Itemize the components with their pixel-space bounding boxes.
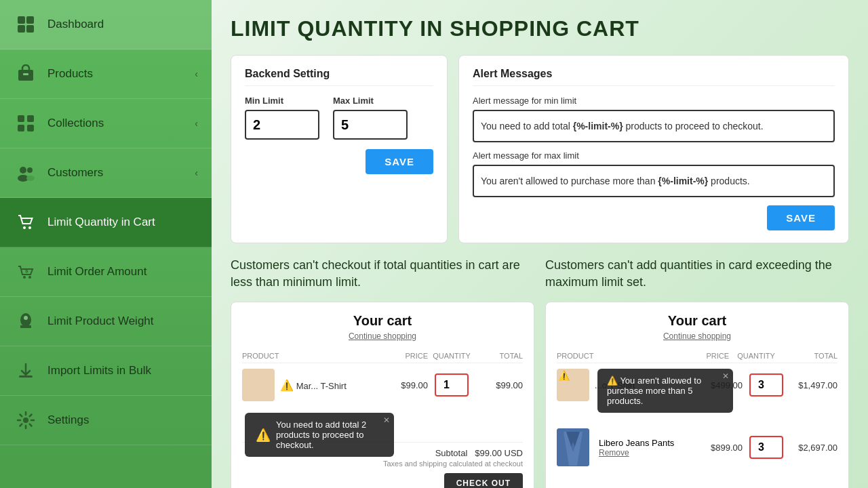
alert-max-label: Alert message for max limit [473,150,835,161]
sidebar-item-label: Customers [47,166,103,180]
cart-left-toast: ⚠️ You need to add total 2 products to p… [245,413,394,457]
checkout-button[interactable]: CHECK OUT [444,473,523,488]
product2-image [557,428,589,466]
svg-rect-8 [18,125,24,131]
product1-qty-input[interactable] [749,373,783,396]
sidebar-item-label: Limit Order Amount [47,265,146,279]
col-qty: QUANTITY [729,352,783,360]
svg-point-16 [23,276,26,279]
product2-remove[interactable]: Remove [599,448,695,458]
chevron-right-icon: ‹ [195,118,198,129]
product2-qty-input[interactable] [749,436,783,459]
toast-warning-icon: ⚠️ [256,428,271,443]
alert-min-group: Alert message for min limit You need to … [473,96,835,142]
toast-text: You need to add total 2 products to proc… [276,420,383,450]
svg-point-15 [28,226,31,229]
max-limit-placeholder: {%-limit-%} [658,176,708,186]
svg-rect-7 [27,115,34,122]
product1-total: $1,497.00 [790,380,837,390]
svg-point-23 [23,418,28,423]
svg-rect-5 [23,73,28,75]
dashboard-icon [14,12,38,37]
svg-rect-0 [18,16,25,24]
preview-row: Your cart Continue shopping PRODUCT PRIC… [231,302,849,488]
toast-text-right: You aren't allowed to purchase more than… [607,375,701,406]
weight-icon [14,309,38,333]
min-limit-input[interactable] [245,110,319,140]
sidebar-item-collections[interactable]: Collections ‹ [0,99,212,148]
sidebar: Dashboard Products ‹ Collections ‹ [0,0,212,488]
min-limit-label: Min Limit [245,96,319,106]
product1-image: ⚠️ [557,369,589,401]
product2-info: Libero Jeans Pants Remove [595,438,695,458]
page-title: LIMIT QUANTITY IN SHOPPING CART [231,16,849,41]
cart-left-title: Your cart [242,313,523,329]
max-limit-label: Max Limit [333,96,408,106]
cart-preview-left: Your cart Continue shopping PRODUCT PRIC… [231,302,534,488]
alert-panel-title: Alert Messages [473,68,835,86]
sidebar-item-limit-weight[interactable]: Limit Product Weight [0,297,212,346]
svg-text:$: $ [25,268,28,274]
cart-right-toast: ⚠️ You aren't allowed to purchase more t… [597,369,733,413]
cart-left-continue[interactable]: Continue shopping [242,331,523,341]
sidebar-item-limit-quantity[interactable]: Limit Quantity in Cart [0,198,212,247]
sidebar-item-label: Settings [47,413,89,427]
svg-rect-9 [27,125,34,131]
min-limit-group: Min Limit [245,96,319,140]
sidebar-item-customers[interactable]: Customers ‹ [0,148,212,198]
alert-messages-panel: Alert Messages Alert message for min lim… [458,55,849,243]
toast-close-icon[interactable]: ✕ [383,415,390,425]
sidebar-item-label: Products [47,67,93,81]
sidebar-item-limit-order[interactable]: $ Limit Order Amount [0,247,212,297]
product1-container: ⚠️ ...o T-Shirt $499.00 $1,497.00 ⚠️ You… [557,369,837,401]
col-total: TOTAL [783,352,837,360]
desc-right: Customers can't add quantities in card e… [545,257,849,291]
alert-min-input[interactable]: You need to add total {%-limit-%} produc… [473,110,835,142]
cart-left-header: PRODUCT PRICE QUANTITY TOTAL [242,349,523,363]
import-icon [14,359,38,383]
collections-icon [14,111,38,136]
chevron-right-icon: ‹ [195,68,198,79]
cart-left-product-row: ⚠️ Mar... T-Shirt $99.00 $99.00 [242,369,523,401]
sidebar-item-products[interactable]: Products ‹ [0,49,212,99]
cart-right-header: PRODUCT PRICE QUANTITY TOTAL [557,349,837,363]
cart-preview-right: Your cart Continue shopping PRODUCT PRIC… [545,302,849,488]
col-qty: QUANTITY [428,352,475,360]
products-icon [14,62,38,86]
main-content: LIMIT QUANTITY IN SHOPPING CART Backend … [212,0,868,488]
min-limit-placeholder: {%-limit-%} [573,121,623,131]
col-price: PRICE [675,352,729,360]
description-row: Customers can't checkout if total quanti… [231,257,849,291]
svg-rect-6 [18,115,24,122]
warning-icon-right: ⚠️ [558,370,570,381]
sidebar-item-label: Collections [47,117,104,130]
settings-icon [14,408,38,432]
max-limit-input[interactable] [333,110,408,140]
product2-name: Libero Jeans Pants [599,438,695,448]
cart-right-title: Your cart [557,313,837,329]
svg-point-17 [28,276,31,279]
sidebar-item-label: Import Limits in Bulk [47,364,151,378]
alert-max-input[interactable]: You aren't allowed to purchase more than… [473,165,835,197]
svg-rect-22 [19,375,33,378]
sidebar-item-dashboard[interactable]: Dashboard [0,0,212,49]
alert-min-label: Alert message for min limit [473,96,835,106]
product2-price: $899.00 [695,443,743,453]
cart-right-continue[interactable]: Continue shopping [557,331,837,341]
svg-point-21 [24,316,28,320]
alert-max-group: Alert message for max limit You aren't a… [473,150,835,197]
product1-qty-cell [743,373,790,396]
backend-panel-title: Backend Setting [245,68,433,86]
backend-save-button[interactable]: SAVE [366,149,433,174]
svg-point-10 [20,167,26,174]
product2-total: $2,697.00 [790,443,837,453]
sidebar-item-import-limits[interactable]: Import Limits in Bulk [0,346,212,396]
product-name: ⚠️ Mar... T-Shirt [280,379,380,392]
col-product: PRODUCT [242,352,380,360]
alert-save-button[interactable]: SAVE [767,205,835,230]
desc-left: Customers can't checkout if total quanti… [231,257,534,291]
qty-input[interactable] [435,373,469,396]
col-total: TOTAL [475,352,523,360]
sidebar-item-settings[interactable]: Settings [0,396,212,445]
toast-close-right[interactable]: ✕ [722,371,729,381]
